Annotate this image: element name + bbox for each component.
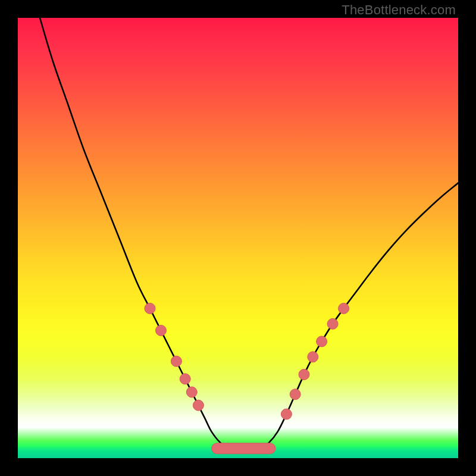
valley-band: [212, 443, 275, 454]
plot-area: [18, 18, 458, 458]
right-marker-dot: [317, 336, 327, 347]
right-marker-dot: [339, 303, 349, 314]
right-marker-dot: [299, 369, 309, 380]
right-marker-dot: [308, 352, 318, 362]
left-marker-dot: [145, 303, 155, 314]
valley-band-rect: [212, 443, 275, 454]
left-marker-dot: [186, 387, 197, 397]
marker-layer: [145, 303, 349, 419]
left-marker-dot: [180, 374, 190, 384]
outer-frame: TheBottleneck.com: [0, 0, 476, 476]
left-marker-dot: [156, 325, 167, 336]
bottleneck-curve: [40, 18, 458, 450]
watermark-text: TheBottleneck.com: [342, 2, 456, 18]
right-marker-dot: [281, 409, 292, 419]
chart-svg: [18, 18, 458, 458]
right-marker-dot: [327, 318, 338, 329]
curve-layer: [40, 18, 458, 450]
right-marker-dot: [290, 389, 300, 400]
left-marker-dot: [193, 400, 203, 411]
left-marker-dot: [171, 356, 181, 367]
